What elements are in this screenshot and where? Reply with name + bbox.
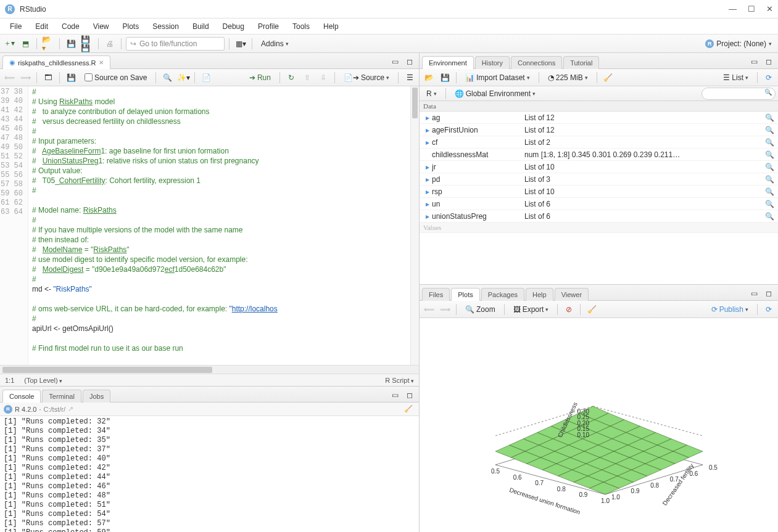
source-minimize-icon[interactable]: ▭ [388, 55, 402, 68]
menu-debug[interactable]: Debug [217, 20, 250, 33]
memory-usage[interactable]: ◔ 225 MiB [544, 72, 592, 84]
code-tools-button[interactable]: ✨▾ [176, 71, 190, 84]
scope-dropdown[interactable]: (Top Level) [24, 377, 62, 384]
menu-build[interactable]: Build [186, 20, 215, 33]
go-down-button[interactable]: ⇩ [317, 71, 330, 84]
language-dropdown[interactable]: R Script [385, 377, 414, 384]
env-maximize-icon[interactable]: ◻ [762, 55, 776, 68]
source-maximize-icon[interactable]: ◻ [403, 55, 416, 68]
environment-list[interactable]: Data▸agList of 12🔍▸ageFirstUnionList of … [420, 101, 778, 284]
find-button[interactable]: 🔍 [160, 71, 174, 84]
expand-icon[interactable]: ▸ [423, 163, 432, 171]
menu-tools[interactable]: Tools [286, 20, 316, 33]
addins-dropdown[interactable]: Addins [257, 38, 293, 50]
inspect-icon[interactable]: 🔍 [764, 126, 774, 134]
wd-popup-icon[interactable]: ↗ [68, 405, 73, 413]
remove-plot-button[interactable]: ⊘ [562, 303, 576, 316]
clear-workspace-button[interactable]: 🧹 [602, 71, 615, 84]
env-row[interactable]: ▸rspList of 10🔍 [420, 186, 778, 198]
refresh-env-button[interactable]: ⟳ [762, 71, 776, 84]
expand-icon[interactable]: ▸ [423, 187, 432, 196]
save-all-button[interactable]: 💾💾 [80, 37, 94, 51]
console-tab-jobs[interactable]: Jobs [83, 390, 110, 403]
refresh-plot-button[interactable]: ⟳ [762, 303, 776, 316]
expand-icon[interactable]: ▸ [423, 175, 432, 184]
plot-minimize-icon[interactable]: ▭ [747, 287, 761, 300]
editor-code[interactable]: # # Using RiskPaths model # to analyze c… [28, 86, 419, 365]
env-search-input[interactable] [701, 88, 776, 100]
env-row[interactable]: ▸agList of 12🔍 [420, 112, 778, 124]
show-in-new-window-button[interactable]: 🗔 [41, 71, 55, 84]
plot-prev-button[interactable]: ⟸ [422, 303, 436, 316]
minimize-icon[interactable]: — [729, 4, 737, 14]
goto-file-input[interactable]: ↪ Go to file/function [126, 37, 225, 51]
env-tab-history[interactable]: History [475, 56, 510, 69]
rerun-button[interactable]: ↻ [284, 71, 298, 84]
env-row[interactable]: ▸cfList of 2🔍 [420, 136, 778, 149]
inspect-icon[interactable]: 🔍 [764, 150, 774, 159]
expand-icon[interactable]: ▸ [423, 126, 432, 134]
menu-view[interactable]: View [87, 20, 115, 33]
console-tab-terminal[interactable]: Terminal [42, 390, 81, 403]
console-output[interactable]: [1] "Runs completed: 32" [1] "Runs compl… [0, 416, 419, 532]
plot-tab-plots[interactable]: Plots [451, 288, 479, 301]
menu-code[interactable]: Code [56, 20, 86, 33]
source-on-save-checkbox[interactable]: Source on Save [80, 72, 151, 84]
inspect-icon[interactable]: 🔍 [764, 163, 774, 171]
env-tab-tutorial[interactable]: Tutorial [563, 56, 599, 69]
plot-tab-packages[interactable]: Packages [481, 288, 524, 301]
clear-console-button[interactable]: 🧹 [402, 403, 415, 416]
env-tab-environment[interactable]: Environment [422, 56, 474, 69]
menu-plots[interactable]: Plots [117, 20, 146, 33]
inspect-icon[interactable]: 🔍 [764, 187, 774, 196]
inspect-icon[interactable]: 🔍 [764, 175, 774, 184]
export-dropdown[interactable]: 🖼 Export [509, 303, 553, 316]
console-minimize-icon[interactable]: ▭ [388, 388, 402, 402]
env-tab-connections[interactable]: Connections [511, 56, 562, 69]
menu-help[interactable]: Help [317, 20, 345, 33]
plot-next-button[interactable]: ⟹ [438, 303, 452, 316]
editor-hscrollbar[interactable] [0, 365, 419, 374]
inspect-icon[interactable]: 🔍 [764, 138, 774, 147]
working-directory[interactable]: C:/tst/r/ [44, 406, 65, 413]
inspect-icon[interactable]: 🔍 [764, 200, 774, 208]
source-tab-close[interactable]: ✕ [99, 59, 104, 66]
source-on-save-input[interactable] [85, 73, 93, 81]
save-button[interactable]: 💾 [64, 37, 78, 51]
menu-file[interactable]: File [4, 20, 28, 33]
env-row[interactable]: ▸pdList of 3🔍 [420, 173, 778, 186]
env-row[interactable]: ▸ageFirstUnionList of 12🔍 [420, 124, 778, 136]
plot-tab-files[interactable]: Files [422, 288, 450, 301]
plot-tab-viewer[interactable]: Viewer [555, 288, 589, 301]
expand-icon[interactable]: ▸ [423, 200, 432, 208]
new-project-button[interactable]: ⬒ [19, 37, 32, 51]
publish-dropdown[interactable]: ⟳ Publish [707, 303, 753, 316]
clear-plots-button[interactable]: 🧹 [585, 303, 598, 316]
project-dropdown[interactable]: R Project: (None) [701, 39, 776, 48]
maximize-icon[interactable]: ☐ [748, 4, 755, 14]
view-mode-dropdown[interactable]: ☰ List [719, 72, 753, 84]
grid-view-button[interactable]: ▦▾ [234, 37, 247, 51]
save-source-button[interactable]: 💾 [64, 71, 78, 84]
source-editor[interactable]: 37 38 39 40 41 42 43 44 45 46 47 48 49 5… [0, 86, 419, 365]
inspect-icon[interactable]: 🔍 [764, 212, 774, 221]
zoom-button[interactable]: 🔍 Zoom [461, 303, 500, 316]
go-up-button[interactable]: ⇧ [300, 71, 314, 84]
language-scope[interactable]: R [422, 88, 441, 100]
back-button[interactable]: ⟸ [2, 71, 16, 84]
env-minimize-icon[interactable]: ▭ [747, 55, 761, 68]
forward-button[interactable]: ⟹ [19, 71, 32, 84]
editor-vscrollbar[interactable] [410, 86, 419, 365]
open-file-button[interactable]: 📂▾ [41, 37, 55, 51]
source-tab[interactable]: ◉ riskpaths_childlessness.R ✕ [2, 55, 110, 69]
console-maximize-icon[interactable]: ◻ [403, 388, 416, 402]
console-tab-console[interactable]: Console [2, 390, 41, 403]
env-row[interactable]: childlessnessMatnum [1:8, 1:8] 0.345 0.3… [420, 149, 778, 161]
close-icon[interactable]: ✕ [766, 4, 773, 14]
import-dataset-dropdown[interactable]: 📊 Import Dataset [461, 72, 534, 84]
new-file-button[interactable]: ＋▾ [2, 37, 16, 51]
menu-edit[interactable]: Edit [29, 20, 54, 33]
expand-icon[interactable]: ▸ [423, 113, 432, 122]
expand-icon[interactable]: ▸ [423, 212, 432, 221]
env-row[interactable]: ▸jrList of 10🔍 [420, 161, 778, 173]
